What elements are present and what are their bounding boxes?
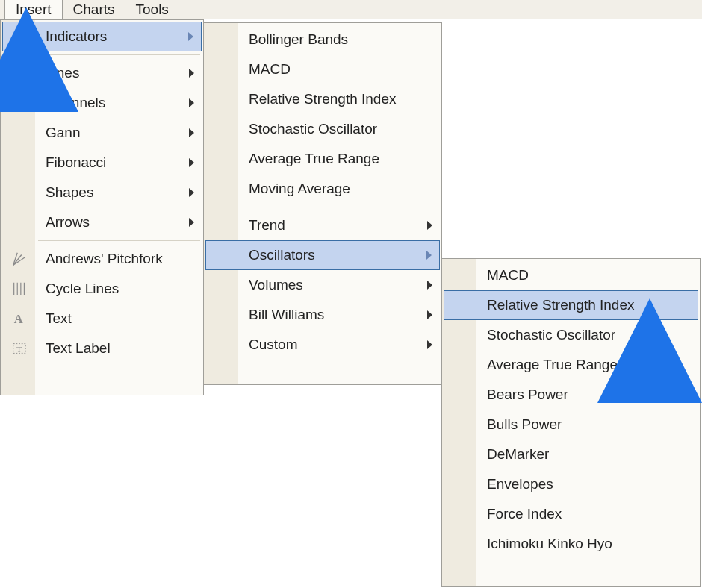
- menu-item-bollinger-bands[interactable]: Bollinger Bands: [205, 25, 440, 54]
- menu-item-label: Moving Average: [249, 181, 350, 197]
- submenu-arrow-icon: [189, 188, 194, 197]
- menu-item-moving-average[interactable]: Moving Average: [205, 174, 440, 204]
- menu-item-ichimoku-kinko-hyo[interactable]: Ichimoku Kinko Hyo: [444, 529, 698, 559]
- menu-tools[interactable]: Tools: [125, 0, 179, 19]
- menu-item-label: Envelopes: [487, 476, 553, 492]
- menu-item-label: DeMarker: [487, 446, 549, 463]
- menu-item-label: Custom: [249, 337, 297, 353]
- menu-item-macd[interactable]: MACD: [205, 54, 440, 84]
- pitchfork-icon: [10, 249, 29, 269]
- menu-item-custom[interactable]: Custom: [205, 330, 440, 360]
- submenu-arrow-icon: [189, 218, 194, 227]
- submenu-arrow-icon: [189, 128, 194, 137]
- menu-separator: [38, 240, 200, 241]
- menu-item-fibonacci[interactable]: Fibonacci: [2, 148, 202, 178]
- submenu-arrow-icon: [427, 310, 432, 319]
- menu-item-text-label[interactable]: TText Label: [2, 334, 202, 363]
- menu-charts-label: Charts: [73, 1, 115, 17]
- menu-item-force-index[interactable]: Force Index: [444, 499, 698, 529]
- menu-item-label: Gann: [46, 125, 80, 141]
- submenu-arrow-icon: [427, 221, 432, 230]
- menu-item-label: Average True Range: [249, 151, 379, 167]
- menu-item-macd[interactable]: MACD: [444, 260, 698, 290]
- submenu-arrow-icon: [189, 98, 194, 107]
- svg-text:T: T: [16, 345, 22, 354]
- menu-item-label: Force Index: [487, 506, 562, 522]
- menu-item-label: Bears Power: [487, 387, 568, 403]
- menu-item-oscillators[interactable]: Oscillators: [205, 240, 440, 270]
- menu-item-demarker[interactable]: DeMarker: [444, 440, 698, 469]
- menu-item-stochastic-oscillator[interactable]: Stochastic Oscillator: [205, 114, 440, 144]
- menu-item-relative-strength-index[interactable]: Relative Strength Index: [205, 84, 440, 114]
- menu-item-label: Cycle Lines: [46, 281, 119, 297]
- menu-item-label: Arrows: [46, 214, 90, 231]
- submenu-arrow-icon: [427, 281, 432, 290]
- menubar: Insert Charts Tools: [0, 0, 702, 19]
- menu-item-bill-williams[interactable]: Bill Williams: [205, 300, 440, 330]
- dropdown-indicators: Bollinger BandsMACDRelative Strength Ind…: [203, 22, 442, 385]
- menu-item-label: Oscillators: [249, 247, 315, 263]
- menu-item-label: MACD: [249, 61, 291, 78]
- submenu-arrow-icon: [189, 158, 194, 167]
- text-label-icon: T: [10, 339, 29, 358]
- text-a-icon: A: [10, 309, 29, 328]
- menu-item-cycle-lines[interactable]: Cycle Lines: [2, 274, 202, 304]
- menu-item-label: Andrews' Pitchfork: [46, 251, 163, 267]
- menu-item-andrews-pitchfork[interactable]: Andrews' Pitchfork: [2, 244, 202, 274]
- menu-item-volumes[interactable]: Volumes: [205, 270, 440, 300]
- menu-separator: [241, 207, 438, 207]
- menu-item-label: Volumes: [249, 277, 303, 293]
- menu-item-bulls-power[interactable]: Bulls Power: [444, 410, 698, 440]
- menu-item-envelopes[interactable]: Envelopes: [444, 469, 698, 499]
- menu-item-label: Ichimoku Kinko Hyo: [487, 536, 612, 552]
- menu-item-text[interactable]: AText: [2, 304, 202, 334]
- menu-item-trend[interactable]: Trend: [205, 210, 440, 240]
- menu-item-shapes[interactable]: Shapes: [2, 178, 202, 207]
- submenu-arrow-icon: [426, 251, 432, 260]
- menu-item-label: Bill Williams: [249, 307, 324, 323]
- annotation-triangle-2: [597, 298, 702, 403]
- svg-text:A: A: [14, 312, 23, 326]
- menu-item-label: Shapes: [46, 184, 93, 201]
- menu-item-label: Fibonacci: [46, 154, 106, 171]
- menu-item-gann[interactable]: Gann: [2, 118, 202, 148]
- menu-item-label: Trend: [249, 217, 285, 234]
- submenu-arrow-icon: [188, 32, 193, 41]
- cycle-icon: [10, 279, 29, 298]
- menu-item-arrows[interactable]: Arrows: [2, 207, 202, 237]
- menu-item-label: Bollinger Bands: [249, 31, 348, 48]
- menu-item-label: Bulls Power: [487, 416, 562, 433]
- submenu-arrow-icon: [427, 340, 432, 349]
- menu-item-label: Text: [46, 310, 72, 327]
- menu-tools-label: Tools: [136, 1, 169, 17]
- annotation-triangle-1: [0, 7, 78, 112]
- menu-item-label: Text Label: [46, 340, 111, 357]
- menu-item-label: MACD: [487, 267, 529, 284]
- menu-item-label: Stochastic Oscillator: [487, 327, 615, 343]
- menu-item-label: Relative Strength Index: [249, 91, 397, 107]
- menu-item-label: Stochastic Oscillator: [249, 121, 377, 137]
- submenu-arrow-icon: [189, 69, 194, 78]
- menu-item-average-true-range[interactable]: Average True Range: [205, 144, 440, 174]
